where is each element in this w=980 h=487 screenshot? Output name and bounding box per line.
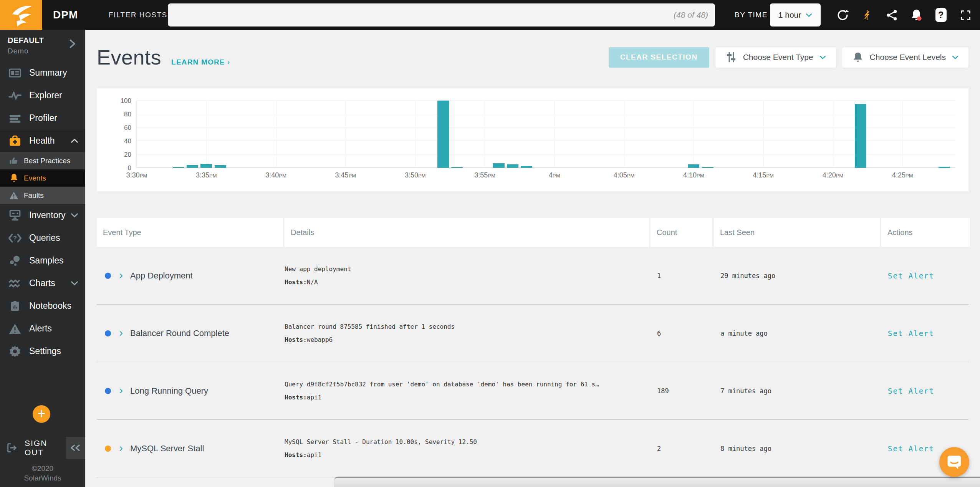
top-bar: DPM FILTER HOSTS (48 of 48) BY TIME 1 ho… [0,0,980,30]
expand-row-chevron-icon[interactable]: › [119,269,123,281]
clear-selection-button[interactable]: CLEAR SELECTION [609,47,709,68]
hosts-value: api1 [307,451,322,459]
set-alert-link[interactable]: Set Alert [881,329,934,338]
learn-more-link[interactable]: LEARN MORE› [171,58,230,66]
filter-hosts-input[interactable] [168,3,715,27]
y-axis-tick-label: 60 [124,124,137,132]
x-gridline [624,101,624,168]
table-row[interactable]: ›MySQL Server StallMySQL Server Stall - … [97,420,968,477]
page-title: Events [97,45,161,69]
x-gridline [415,101,416,168]
events-histogram-plot: 0204060801003:30PM3:35PM3:40PM3:45PM3:50… [136,101,955,168]
sidebar-item-label: Health [29,136,55,146]
help-icon[interactable]: ? [934,7,948,23]
y-axis-tick-label: 100 [121,97,137,105]
x-gridline [763,101,764,168]
sidebar-item-charts[interactable]: Charts [0,272,85,295]
last-seen-cell: 8 minutes ago [714,420,880,477]
notifications-bell-icon[interactable] [909,7,923,23]
x-axis-tick-label: 3:50PM [405,171,426,179]
copyright: ©2020 SolarWinds [0,464,85,483]
actions-cell: Set Alert [881,247,970,304]
expand-row-chevron-icon[interactable]: › [119,442,123,454]
choose-event-type-button[interactable]: Choose Event Type [715,47,836,68]
sidebar-item-faults[interactable]: Faults [0,187,85,204]
chevron-down-icon[interactable] [71,213,78,218]
hosts-value: webapp6 [307,336,333,343]
event-type-cell: ›App Deployment [97,247,283,304]
sidebar-item-health[interactable]: Health [0,129,85,152]
horizontal-scrollbar[interactable] [334,477,980,487]
sidebar-section-health: HealthBest PracticesEventsFaults [0,129,85,204]
x-axis-tick-label: 4:15PM [753,171,774,179]
event-type-cell: ›Long Running Query [97,362,283,419]
chevron-up-icon[interactable] [71,138,78,143]
bell-orange-icon [8,173,19,183]
sidebar-item-label: Profiler [29,113,57,123]
x-axis-tick-label: 4:10PM [683,171,704,179]
sidebar-item-best-practices[interactable]: Best Practices [0,152,85,169]
table-row[interactable]: ›App DeploymentNew app deploymentHosts:N… [97,247,968,305]
filter-sliders-icon [725,51,737,63]
detail-text: Query d9f8cf2f5b7bc832 from user 'demo' … [285,381,599,388]
count-cell: 1 [651,247,712,304]
hosts-label: Hosts: [285,394,307,401]
hosts-value: N/A [307,278,318,286]
add-button[interactable]: + [33,405,50,423]
collapse-sidebar-button[interactable] [66,437,85,459]
table-row[interactable]: ›Long Running QueryQuery d9f8cf2f5b7bc83… [97,362,968,420]
x-gridline [485,101,485,168]
help-glyph: ? [935,8,947,22]
fullscreen-icon[interactable] [958,7,972,23]
copyright-year: ©2020 [0,464,85,474]
events-table-body: ›App DeploymentNew app deploymentHosts:N… [97,247,968,477]
workspace-env: Demo [8,47,78,55]
sidebar-item-alerts[interactable]: Alerts [0,317,85,340]
sign-out-button[interactable]: SIGN OUT [25,439,66,457]
sidebar-item-queries[interactable]: ?Queries [0,227,85,249]
hosts-value: api1 [307,394,322,401]
refresh-icon[interactable] [836,7,849,23]
chat-launcher-button[interactable] [939,447,969,477]
set-alert-link[interactable]: Set Alert [881,444,934,453]
solarwinds-logo[interactable] [0,0,42,30]
sidebar-item-summary[interactable]: Summary [0,61,85,84]
sidebar-item-explorer[interactable]: Explorer [0,84,85,107]
sidebar-item-events[interactable]: Events [0,169,85,187]
column-header-event-type: Event Type [97,218,283,247]
expand-row-chevron-icon[interactable]: › [119,327,123,338]
time-range-select[interactable]: 1 hour [770,3,821,27]
time-range-value: 1 hour [778,10,801,20]
set-alert-link[interactable]: Set Alert [881,272,934,280]
column-header-last-seen: Last Seen [714,218,880,247]
alerts-icon [8,323,22,335]
hosts-line: Hosts:api1 [285,394,321,401]
hosts-line: Hosts:N/A [285,278,318,286]
table-row[interactable]: ›Balancer Round CompleteBalancer round 8… [97,305,968,362]
agent-pulse-icon[interactable] [860,7,874,23]
event-type-name: Long Running Query [130,386,208,396]
sidebar-item-inventory[interactable]: Inventory [0,204,85,227]
chevron-down-icon[interactable] [71,281,78,286]
hosts-line: Hosts:api1 [285,451,321,459]
sidebar-item-notebooks[interactable]: Notebooks [0,295,85,317]
column-header-actions: Actions [881,218,970,247]
sidebar-item-profiler[interactable]: Profiler [0,107,85,129]
sidebar-item-settings[interactable]: Settings [0,340,85,363]
choose-event-levels-button[interactable]: Choose Event Levels [842,47,968,68]
chevron-down-icon [952,55,958,60]
sign-out-row: SIGN OUT [0,437,85,459]
count-cell: 6 [651,305,712,362]
chevron-right-icon[interactable] [68,39,77,50]
share-icon[interactable] [885,7,899,23]
x-gridline [902,101,903,168]
y-axis-tick-label: 0 [128,164,137,172]
x-axis-tick-label: 3:35PM [196,171,217,179]
charts-icon [8,277,22,290]
set-alert-link[interactable]: Set Alert [881,387,934,395]
sidebar-item-samples[interactable]: Samples [0,249,85,272]
details-cell: Balancer round 875585 finished after 1 s… [285,305,649,362]
column-header-details: Details [285,218,649,247]
expand-row-chevron-icon[interactable]: › [119,384,123,396]
workspace-switcher[interactable]: DEFAULT Demo [0,30,85,59]
